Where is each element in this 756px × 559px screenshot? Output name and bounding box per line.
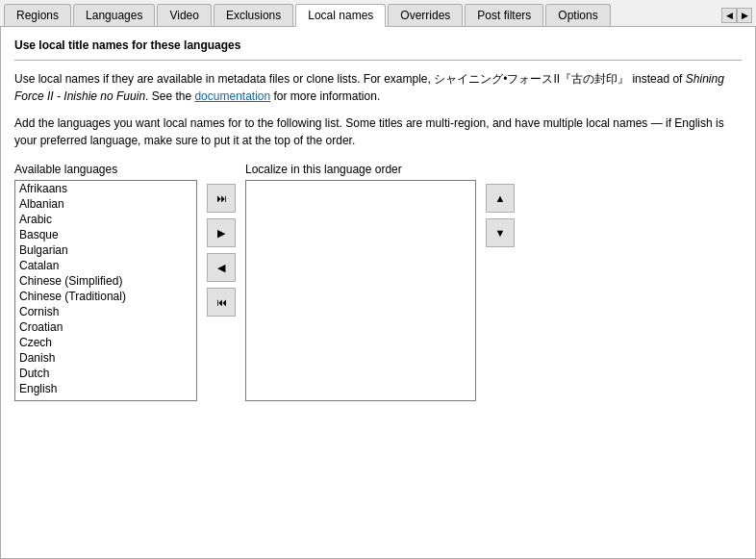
available-language-item[interactable]: Albanian bbox=[15, 196, 196, 212]
desc1-mid: instead of bbox=[629, 72, 686, 86]
available-language-item[interactable]: Chinese (Traditional) bbox=[15, 289, 196, 304]
tab-next-button[interactable]: ▶ bbox=[737, 8, 752, 23]
available-list-section: Available languages AfrikaansAlbanianAra… bbox=[14, 163, 197, 401]
move-right-button[interactable]: ▶ bbox=[207, 218, 236, 247]
move-down-icon: ▼ bbox=[495, 227, 506, 239]
description2: Add the languages you want local names f… bbox=[14, 114, 742, 149]
move-left-button[interactable]: ◀ bbox=[207, 253, 236, 282]
transfer-buttons: ⏭ ▶ ◀ ⏮ bbox=[197, 184, 245, 317]
move-right-icon: ▶ bbox=[217, 227, 225, 240]
available-language-item[interactable]: Bulgarian bbox=[15, 242, 196, 258]
available-language-item[interactable]: Dutch bbox=[15, 366, 196, 381]
localize-languages-listbox[interactable] bbox=[245, 180, 476, 401]
up-down-buttons: ▲ ▼ bbox=[476, 184, 515, 247]
available-language-item[interactable]: Czech bbox=[15, 335, 196, 350]
available-languages-listbox[interactable]: AfrikaansAlbanianArabicBasqueBulgarianCa… bbox=[14, 180, 197, 401]
tab-languages[interactable]: Languages bbox=[73, 4, 155, 26]
available-language-item[interactable]: Danish bbox=[15, 350, 196, 366]
move-all-left-button[interactable]: ⏮ bbox=[207, 288, 236, 317]
tab-prev-button[interactable]: ◀ bbox=[721, 8, 737, 23]
documentation-link[interactable]: documentation bbox=[194, 89, 270, 103]
section-title: Use local title names for these language… bbox=[14, 38, 742, 52]
move-left-icon: ◀ bbox=[217, 262, 225, 274]
tab-regions[interactable]: Regions bbox=[4, 4, 71, 26]
tab-nav-arrows: ◀ ▶ bbox=[721, 8, 752, 23]
move-up-icon: ▲ bbox=[495, 192, 506, 204]
lists-area: Available languages AfrikaansAlbanianAra… bbox=[14, 163, 742, 401]
move-down-button[interactable]: ▼ bbox=[486, 218, 515, 247]
move-all-right-button[interactable]: ⏭ bbox=[207, 184, 236, 213]
localize-label: Localize in this language order bbox=[245, 163, 476, 176]
available-language-item[interactable]: Cornish bbox=[15, 304, 196, 319]
divider bbox=[14, 60, 742, 61]
move-all-right-icon: ⏭ bbox=[216, 192, 227, 204]
move-up-button[interactable]: ▲ bbox=[486, 184, 515, 213]
available-language-item[interactable]: Chinese (Simplified) bbox=[15, 273, 196, 289]
available-label: Available languages bbox=[14, 163, 197, 176]
tab-post-filters[interactable]: Post filters bbox=[465, 4, 543, 26]
desc1-pre: Use local names if they are available in… bbox=[14, 72, 434, 86]
tab-local-names[interactable]: Local names bbox=[295, 4, 386, 27]
tab-bar: Regions Languages Video Exclusions Local… bbox=[0, 0, 756, 27]
content-panel: Use local title names for these language… bbox=[0, 27, 756, 559]
tab-overrides[interactable]: Overrides bbox=[388, 4, 463, 26]
desc1-end: for more information. bbox=[270, 89, 380, 103]
tab-video[interactable]: Video bbox=[157, 4, 211, 26]
tab-options[interactable]: Options bbox=[545, 4, 610, 26]
available-language-item[interactable]: Arabic bbox=[15, 212, 196, 227]
desc1-japanese: シャイニング•フォースII『古の封印』 bbox=[434, 72, 629, 86]
desc1-post: . See the bbox=[145, 89, 194, 103]
description1: Use local names if they are available in… bbox=[14, 70, 742, 105]
localize-list-section: Localize in this language order bbox=[245, 163, 476, 401]
available-language-item[interactable]: English bbox=[15, 381, 196, 396]
available-language-item[interactable]: Basque bbox=[15, 227, 196, 242]
available-language-item[interactable]: Afrikaans bbox=[15, 181, 196, 196]
tab-exclusions[interactable]: Exclusions bbox=[214, 4, 293, 26]
available-language-item[interactable]: Croatian bbox=[15, 319, 196, 335]
move-all-left-icon: ⏮ bbox=[216, 296, 227, 308]
available-language-item[interactable]: Catalan bbox=[15, 258, 196, 273]
